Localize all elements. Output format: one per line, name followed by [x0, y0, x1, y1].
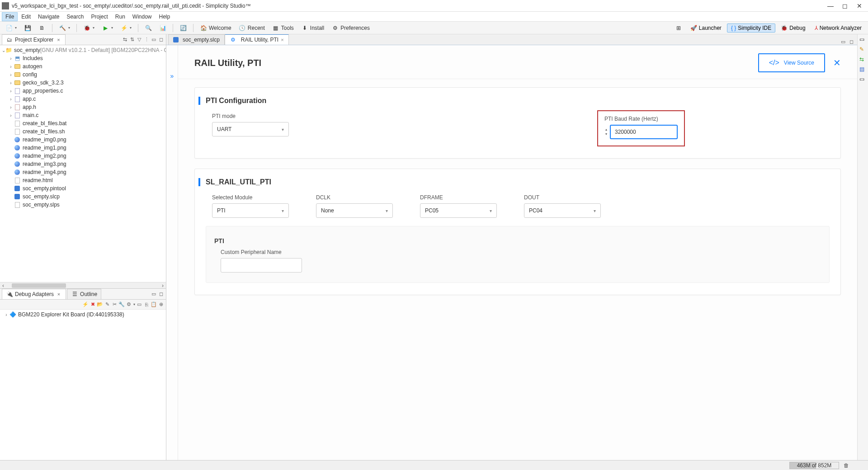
dclk-select[interactable]: None ▾ [316, 203, 393, 218]
save-all-button[interactable]: 🗎 [36, 24, 48, 33]
close-window-button[interactable]: ✕ [856, 3, 863, 9]
expand-arrow-icon[interactable]: › [8, 97, 14, 102]
tree-item[interactable]: readme.html [0, 176, 166, 184]
menu-window[interactable]: Window [129, 12, 156, 21]
collapse-all-icon[interactable]: ⇆ [122, 37, 128, 43]
minimize-debug-icon[interactable]: ▭ [151, 291, 157, 297]
filter-icon[interactable]: ▽ [136, 37, 142, 43]
tree-root[interactable]: ⌄ 📁 soc_empty [GNU ARM v10.2.1 - Default… [0, 46, 166, 54]
perspective-launcher[interactable]: 🚀Launcher [687, 24, 725, 32]
menu-run[interactable]: Run [112, 12, 129, 21]
view-menu-icon[interactable]: ⋮ [143, 37, 150, 43]
debug-button[interactable]: 🐞▾ [80, 24, 97, 33]
tree-item[interactable]: create_bl_files.sh [0, 127, 166, 136]
menu-file[interactable]: File [2, 12, 18, 21]
expand-arrow-icon[interactable]: ⌄ [2, 48, 5, 53]
menu-edit[interactable]: Edit [18, 12, 34, 21]
edit-icon[interactable]: ✎ [104, 301, 110, 308]
editor-tab-slcp[interactable]: soc_empty.slcp [168, 34, 225, 45]
trim-tool3-icon[interactable]: ▤ [859, 66, 867, 73]
tree-item[interactable]: ›config [0, 70, 166, 79]
minimize-button[interactable]: — [827, 3, 834, 9]
expand-panel-icon[interactable]: » [170, 72, 174, 80]
dout-select[interactable]: PC04 ▾ [524, 203, 601, 218]
tree-item[interactable]: ›app_properties.c [0, 87, 166, 95]
trim-restore-icon[interactable]: ▭ [859, 36, 867, 43]
gc-trash-icon[interactable]: 🗑 [844, 462, 850, 469]
wrench-icon[interactable]: 🔧 [118, 301, 125, 308]
memory-usage[interactable]: 463M of 852M [789, 462, 839, 469]
close-tab-icon[interactable]: × [281, 37, 283, 42]
expand-arrow-icon[interactable]: › [8, 105, 14, 110]
menu-search[interactable]: Search [63, 12, 87, 21]
install-button[interactable]: ⬇Install [298, 24, 327, 33]
maximize-debug-icon[interactable]: ◻ [158, 291, 164, 297]
tree-item[interactable]: ›gecko_sdk_3.2.3 [0, 79, 166, 87]
window-icon[interactable]: ▭ [136, 301, 142, 308]
dframe-select[interactable]: PC05 ▾ [420, 203, 497, 218]
close-page-button[interactable]: ✕ [833, 57, 841, 68]
trim-tool1-icon[interactable]: ✎ [859, 46, 867, 53]
tree-item[interactable]: readme_img1.png [0, 144, 166, 152]
tree-item[interactable]: soc_empty.pintool [0, 184, 166, 193]
new-button[interactable]: 📄▾ [3, 24, 19, 33]
menu-project[interactable]: Project [87, 12, 111, 21]
debug-adapters-tab[interactable]: 🔌 Debug Adapters × [2, 289, 66, 299]
expand-arrow-icon[interactable]: › [4, 312, 9, 317]
link-editor-icon[interactable]: ⇅ [129, 37, 135, 43]
view-source-button[interactable]: </> View Source [758, 53, 825, 72]
project-explorer-tab[interactable]: 🗂 Project Explorer × [2, 34, 66, 45]
recent-button[interactable]: 🕓Recent [236, 24, 268, 33]
perspective-network-analyzer[interactable]: ⅄Network Analyzer [811, 24, 865, 32]
editor-tab-rail-pti[interactable]: ⚙ RAIL Utility, PTI × [225, 34, 289, 45]
baud-decrement-button[interactable]: ▾ [604, 132, 608, 136]
tree-item[interactable]: readme_img0.png [0, 136, 166, 144]
tree-item[interactable]: ›app.c [0, 95, 166, 103]
maximize-editor-icon[interactable]: ◻ [848, 38, 854, 45]
save-button[interactable]: 💾 [21, 24, 34, 33]
maximize-button[interactable]: ◻ [842, 3, 848, 9]
expand-arrow-icon[interactable]: › [8, 80, 14, 85]
pti-baud-input[interactable] [610, 125, 678, 139]
paste-icon[interactable]: 📋 [151, 301, 157, 308]
expand-arrow-icon[interactable]: › [8, 113, 14, 118]
flash-icon[interactable]: ⚡ [82, 301, 89, 308]
adapter-row[interactable]: › 🔷 BGM220 Explorer Kit Board (ID:440195… [2, 310, 164, 319]
gear-icon[interactable]: ⚙ [126, 301, 132, 308]
maximize-view-icon[interactable]: ◻ [158, 37, 164, 43]
open-perspective-button[interactable]: ⊞ [672, 24, 685, 33]
tree-item[interactable]: readme_img2.png [0, 152, 166, 160]
minimize-editor-icon[interactable]: ▭ [840, 38, 846, 45]
expand-arrow-icon[interactable]: › [8, 56, 14, 61]
tree-item[interactable]: ›main.c [0, 111, 166, 119]
perspective-simplicity-ide[interactable]: { }Simplicity IDE [727, 24, 775, 33]
custom-name-input[interactable] [221, 258, 302, 273]
refresh-button[interactable]: 🔄 [177, 24, 189, 33]
expand-arrow-icon[interactable]: › [8, 64, 14, 69]
folder-open-icon[interactable]: 📂 [97, 301, 103, 308]
minimize-view-icon[interactable]: ▭ [151, 37, 157, 43]
copy-icon[interactable]: ⎘ [143, 301, 150, 308]
run-button[interactable]: ▶▾ [99, 24, 116, 33]
baud-increment-button[interactable]: ▴ [604, 127, 608, 132]
pti-mode-select[interactable]: UART ▾ [212, 122, 289, 136]
stop-icon[interactable]: ✖ [90, 301, 96, 308]
tree-item[interactable]: readme_img3.png [0, 160, 166, 168]
tree-item[interactable]: soc_empty.slcp [0, 193, 166, 201]
outline-tab[interactable]: ☰ Outline [67, 289, 101, 299]
trim-tool4-icon[interactable]: ▭ [859, 76, 867, 83]
perspective-debug[interactable]: 🐞Debug [777, 24, 809, 32]
expand-arrow-icon[interactable]: › [8, 89, 14, 94]
search-button[interactable]: 🔍 [142, 24, 155, 33]
tree-item[interactable]: ›app.h [0, 103, 166, 111]
selected-module-select[interactable]: PTI ▾ [212, 203, 289, 218]
preferences-button[interactable]: ⚙Preferences [329, 24, 373, 33]
profile-button[interactable]: ⚡▾ [118, 24, 134, 33]
menu-navigate[interactable]: Navigate [34, 12, 63, 21]
energy-button[interactable]: 📊 [156, 24, 169, 33]
tree-item[interactable]: readme_img4.png [0, 168, 166, 176]
welcome-button[interactable]: 🏠Welcome [197, 24, 234, 33]
explorer-h-scrollbar[interactable]: ‹› [0, 282, 166, 288]
tools-button[interactable]: ▦Tools [269, 24, 297, 33]
cut-icon[interactable]: ✂ [111, 301, 118, 308]
